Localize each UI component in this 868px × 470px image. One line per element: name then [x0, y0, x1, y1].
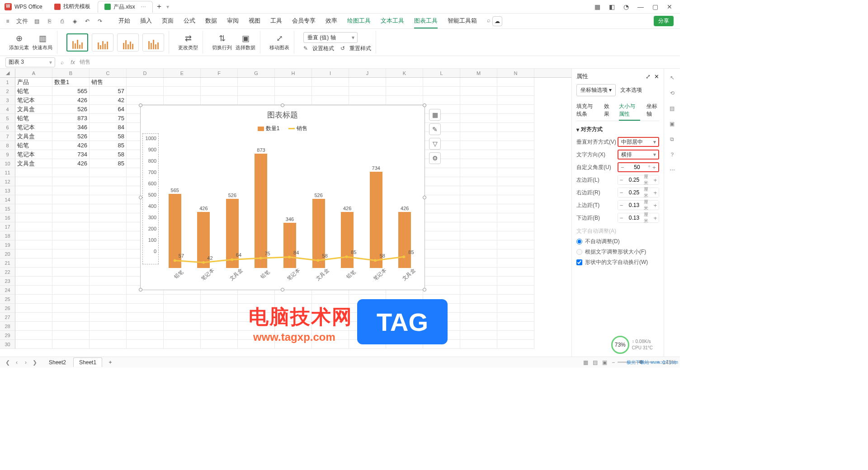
cell[interactable]: 84 [90, 123, 127, 132]
cell[interactable] [497, 286, 534, 295]
cell[interactable] [349, 87, 386, 96]
tab-menu-icon[interactable]: ⋯ [141, 4, 146, 10]
cell[interactable] [90, 168, 127, 177]
row-header[interactable]: 26 [0, 304, 15, 313]
row-header[interactable]: 13 [0, 186, 15, 195]
cell[interactable] [127, 331, 164, 340]
tab-dropdown-icon[interactable]: ▾ [166, 4, 169, 10]
cell[interactable]: 57 [90, 87, 127, 96]
cell[interactable] [497, 186, 534, 195]
cell[interactable] [312, 295, 349, 304]
pin-icon[interactable]: ⤢ [646, 73, 651, 80]
cell[interactable] [90, 322, 127, 331]
tab-tools[interactable]: 工具 [270, 14, 282, 28]
cell[interactable]: 426 [52, 159, 90, 168]
cell[interactable]: 873 [52, 114, 90, 123]
fx-icon[interactable]: fx [69, 59, 77, 66]
cell[interactable]: 75 [90, 114, 127, 123]
reset-style-button[interactable]: ↺ 重置样式 [340, 45, 371, 52]
cell[interactable] [497, 150, 534, 159]
cell[interactable] [90, 231, 127, 240]
cell[interactable] [497, 213, 534, 222]
cancel-icon[interactable]: ⌕ [58, 59, 66, 66]
cell[interactable] [15, 240, 52, 249]
cell[interactable]: 58 [90, 150, 127, 159]
tab-page[interactable]: 页面 [162, 14, 174, 28]
cell[interactable] [90, 286, 127, 295]
col-header[interactable]: M [460, 69, 497, 77]
row-header[interactable]: 8 [0, 141, 15, 150]
cell[interactable] [15, 268, 52, 277]
resize-handle[interactable] [139, 196, 142, 199]
cell[interactable]: 64 [90, 105, 127, 114]
cell[interactable] [460, 87, 497, 96]
resize-handle[interactable] [139, 288, 142, 291]
cell[interactable] [460, 222, 497, 231]
cell[interactable] [15, 231, 52, 240]
cell[interactable]: 58 [90, 132, 127, 141]
add-element-button[interactable]: ⊕ 添加元素 [9, 33, 29, 51]
row-header[interactable]: 28 [0, 322, 15, 331]
cell[interactable] [15, 258, 52, 268]
cell[interactable] [275, 96, 312, 105]
col-header[interactable]: J [349, 69, 386, 77]
cell[interactable] [497, 105, 534, 114]
view-break-icon[interactable]: ▣ [602, 359, 607, 366]
row-header[interactable]: 18 [0, 231, 15, 240]
row-header[interactable]: 25 [0, 295, 15, 304]
cell[interactable] [460, 123, 497, 132]
view-page-icon[interactable]: ▤ [593, 359, 598, 366]
file-tab-template[interactable]: 找稻壳模板 [48, 1, 97, 13]
col-header[interactable]: F [201, 69, 238, 77]
cell[interactable] [52, 177, 90, 186]
cell[interactable] [312, 87, 349, 96]
direction-select[interactable]: 横排 [618, 150, 659, 160]
row-header[interactable]: 12 [0, 177, 15, 186]
cloud-icon[interactable]: ☁ [492, 16, 502, 26]
cell[interactable] [238, 78, 275, 87]
avatar-icon[interactable]: ◔ [622, 3, 630, 11]
cell[interactable] [460, 159, 497, 168]
cell[interactable] [349, 96, 386, 105]
resize-handle[interactable] [423, 196, 426, 199]
row-header[interactable]: 23 [0, 277, 15, 286]
cell[interactable]: 铅笔 [15, 87, 52, 96]
cell[interactable]: 数量1 [52, 78, 90, 87]
view-normal-icon[interactable]: ▦ [583, 359, 588, 366]
cell[interactable] [201, 331, 238, 340]
cell[interactable] [164, 96, 201, 105]
chart-style-3[interactable] [117, 33, 139, 52]
cell[interactable] [201, 313, 238, 322]
cell[interactable] [423, 87, 460, 96]
col-header[interactable]: C [90, 69, 127, 77]
cell[interactable] [460, 150, 497, 159]
cell[interactable] [52, 195, 90, 204]
panel-close-icon[interactable]: ✕ [654, 73, 659, 80]
cell[interactable] [127, 87, 164, 96]
cell[interactable]: 铅笔 [15, 114, 52, 123]
minimize-button[interactable]: ― [637, 3, 645, 11]
cell[interactable] [423, 195, 460, 204]
cell[interactable] [349, 78, 386, 87]
cell[interactable] [15, 322, 52, 331]
zoom-out-icon[interactable]: − [612, 359, 615, 366]
cell[interactable] [90, 268, 127, 277]
row-header[interactable]: 2 [0, 87, 15, 96]
cell[interactable] [423, 240, 460, 249]
subtab-size-prop[interactable]: 大小与属性 [619, 101, 640, 121]
cell[interactable] [460, 213, 497, 222]
cell[interactable] [497, 277, 534, 286]
formula-input[interactable]: 销售 [80, 58, 675, 66]
cell[interactable] [460, 304, 497, 313]
valign-select[interactable]: 中部居中 [618, 137, 659, 147]
tab-review[interactable]: 审阅 [227, 14, 239, 28]
resize-handle[interactable] [281, 103, 284, 107]
cell[interactable] [275, 295, 312, 304]
col-header[interactable]: D [127, 69, 164, 77]
cell[interactable]: 铅笔 [15, 141, 52, 150]
cell[interactable] [497, 268, 534, 277]
cell[interactable]: 426 [52, 96, 90, 105]
cell[interactable] [497, 240, 534, 249]
cell[interactable]: 笔记本 [15, 123, 52, 132]
cell[interactable] [460, 268, 497, 277]
